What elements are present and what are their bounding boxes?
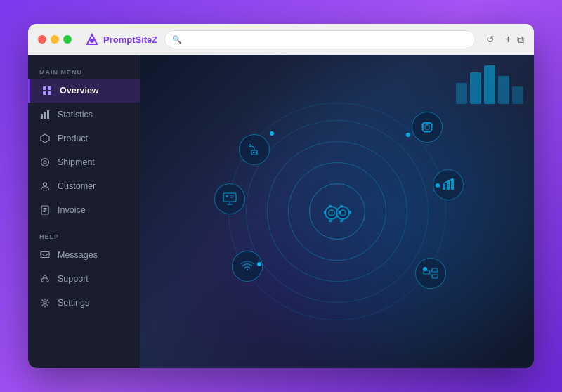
browser-chrome: PromptSiteZ 🔍 ↺ + ⧉ bbox=[28, 24, 534, 55]
svg-rect-3 bbox=[48, 86, 51, 90]
svg-rect-49 bbox=[432, 275, 438, 278]
refresh-icon: ↺ bbox=[486, 34, 495, 45]
svg-line-51 bbox=[429, 273, 432, 277]
main-background bbox=[140, 55, 534, 368]
monitor-orbit-icon bbox=[214, 183, 245, 214]
sidebar-item-settings[interactable]: Settings bbox=[28, 291, 140, 315]
svg-rect-44 bbox=[447, 181, 450, 190]
svg-rect-48 bbox=[432, 268, 438, 272]
svg-point-20 bbox=[336, 207, 349, 219]
svg-rect-2 bbox=[43, 86, 46, 90]
shipment-icon bbox=[39, 157, 51, 168]
svg-rect-27 bbox=[340, 220, 343, 223]
refresh-button[interactable]: ↺ bbox=[483, 32, 498, 47]
svg-rect-55 bbox=[226, 195, 228, 197]
shipment-label: Shipment bbox=[58, 157, 95, 167]
svg-rect-5 bbox=[48, 91, 51, 95]
overview-label: Overview bbox=[60, 86, 99, 96]
app-content: MAIN MENU Overview bbox=[28, 55, 534, 368]
browser-actions: + ⧉ bbox=[505, 33, 524, 46]
svg-rect-7 bbox=[44, 112, 46, 119]
help-label: HELP bbox=[28, 228, 140, 243]
support-icon bbox=[39, 273, 51, 285]
browser-window: PromptSiteZ 🔍 ↺ + ⧉ MAIN MENU bbox=[28, 24, 534, 368]
dot-5 bbox=[406, 133, 410, 137]
svg-point-10 bbox=[44, 161, 46, 164]
svg-point-11 bbox=[44, 183, 47, 186]
svg-rect-56 bbox=[230, 195, 234, 197]
sidebar-item-support[interactable]: Support bbox=[28, 267, 140, 291]
chip-orbit-icon bbox=[412, 112, 443, 143]
robot-orbit-icon bbox=[239, 134, 270, 165]
svg-rect-43 bbox=[443, 184, 445, 190]
minimize-button[interactable] bbox=[51, 35, 59, 44]
svg-point-46 bbox=[452, 178, 454, 181]
svg-rect-23 bbox=[329, 220, 332, 223]
dot-4 bbox=[257, 262, 261, 266]
brand-logo: PromptSiteZ bbox=[84, 32, 157, 47]
statistics-label: Statistics bbox=[58, 110, 93, 119]
svg-rect-8 bbox=[47, 110, 49, 119]
center-gear-icon bbox=[316, 190, 358, 233]
svg-point-1 bbox=[90, 39, 94, 43]
support-label: Support bbox=[58, 274, 89, 284]
network-orbit-icon bbox=[415, 258, 446, 289]
brand-name: PromptSiteZ bbox=[103, 34, 157, 45]
logo-icon bbox=[84, 32, 100, 47]
sidebar-item-messages[interactable]: Messages bbox=[28, 243, 140, 267]
address-bar[interactable]: 🔍 bbox=[164, 30, 475, 48]
svg-rect-59 bbox=[253, 152, 254, 153]
svg-rect-6 bbox=[41, 114, 43, 119]
svg-rect-24 bbox=[324, 211, 326, 214]
main-menu-label: MAIN MENU bbox=[28, 63, 140, 79]
traffic-lights bbox=[38, 35, 72, 44]
svg-rect-45 bbox=[451, 179, 454, 190]
product-icon bbox=[39, 133, 51, 144]
svg-rect-52 bbox=[223, 193, 236, 202]
svg-point-9 bbox=[41, 159, 49, 166]
messages-icon bbox=[39, 249, 51, 261]
wifi-orbit-icon bbox=[232, 251, 263, 282]
maximize-button[interactable] bbox=[63, 35, 72, 44]
svg-rect-60 bbox=[256, 152, 257, 153]
svg-rect-25 bbox=[339, 211, 341, 214]
sidebar-item-shipment[interactable]: Shipment bbox=[28, 150, 140, 174]
messages-label: Messages bbox=[58, 250, 98, 260]
customer-icon bbox=[39, 181, 51, 192]
svg-rect-4 bbox=[43, 91, 46, 95]
close-button[interactable] bbox=[38, 35, 46, 44]
new-tab-button[interactable]: + bbox=[505, 33, 511, 46]
sidebar-item-invoice[interactable]: Invoice bbox=[28, 198, 140, 222]
svg-rect-30 bbox=[425, 125, 429, 129]
svg-point-17 bbox=[44, 301, 46, 304]
sidebar-item-product[interactable]: Product bbox=[28, 126, 140, 150]
settings-icon bbox=[39, 297, 51, 308]
customer-label: Customer bbox=[58, 181, 96, 191]
sidebar: MAIN MENU Overview bbox=[28, 55, 140, 368]
search-icon: 🔍 bbox=[172, 35, 182, 44]
sidebar-item-statistics[interactable]: Statistics bbox=[28, 103, 140, 126]
invoice-icon bbox=[39, 204, 51, 216]
svg-rect-57 bbox=[230, 197, 233, 199]
dot-2 bbox=[436, 183, 440, 188]
sidebar-item-overview[interactable]: Overview bbox=[28, 79, 140, 103]
overview-icon bbox=[41, 85, 53, 96]
window-icon[interactable]: ⧉ bbox=[517, 34, 524, 46]
svg-rect-16 bbox=[41, 252, 49, 258]
svg-rect-29 bbox=[423, 123, 431, 131]
invoice-label: Invoice bbox=[58, 205, 86, 215]
svg-rect-28 bbox=[349, 211, 351, 214]
statistics-icon bbox=[39, 109, 51, 120]
dot-3 bbox=[423, 267, 427, 271]
settings-label: Settings bbox=[58, 298, 89, 308]
rings-container bbox=[225, 99, 450, 324]
dot-1 bbox=[270, 131, 274, 136]
main-content bbox=[140, 55, 534, 368]
sidebar-item-customer[interactable]: Customer bbox=[28, 174, 140, 198]
product-label: Product bbox=[58, 133, 88, 143]
segment-decorations bbox=[456, 65, 523, 104]
